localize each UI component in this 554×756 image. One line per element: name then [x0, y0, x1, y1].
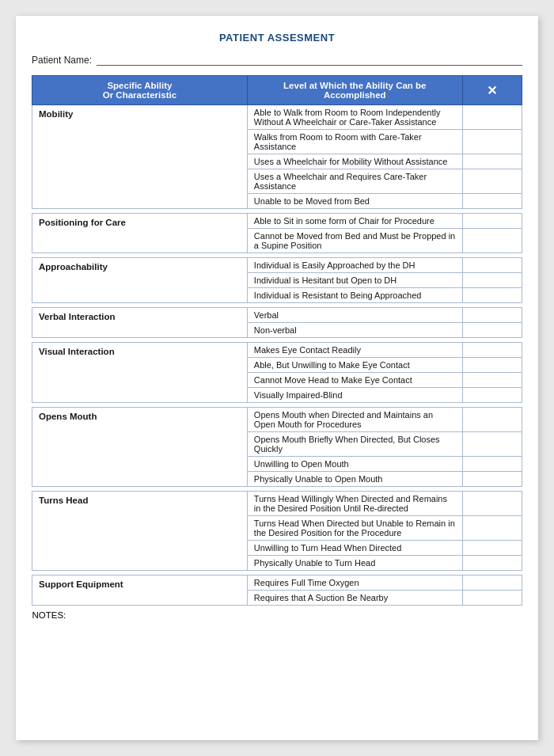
notes-cell: NOTES: [32, 610, 522, 620]
page: PATIENT ASSESMENT Patient Name: Specific… [16, 16, 538, 740]
checkbox-cell[interactable] [462, 432, 522, 457]
ability-text: Individual is Hesitant but Open to DH [247, 273, 462, 288]
table-row: Turns HeadTurns Head Willingly When Dire… [32, 492, 522, 516]
patient-name-label: Patient Name: [32, 55, 92, 66]
checkbox-cell[interactable] [462, 323, 522, 338]
table-header-row: Specific Ability Or Characteristic Level… [32, 76, 522, 105]
ability-text: Visually Impaired-Blind [247, 388, 462, 403]
checkbox-cell[interactable] [462, 214, 522, 229]
table-row: ApproachabilityIndividual is Easily Appr… [32, 258, 522, 273]
checkbox-cell[interactable] [462, 408, 522, 432]
header-col3[interactable]: ✕ [462, 76, 522, 105]
section-name-3: Verbal Interaction [32, 308, 248, 338]
ability-text: Able to Walk from Room to Room Independe… [247, 105, 462, 130]
ability-text: Verbal [247, 308, 462, 323]
ability-text: Walks from Room to Room with Care-Taker … [247, 130, 462, 154]
section-name-5: Opens Mouth [32, 408, 248, 487]
table-row: Positioning for CareAble to Sit in some … [32, 214, 522, 229]
notes-row: NOTES: [32, 610, 522, 620]
ability-text: Non-verbal [247, 323, 462, 338]
ability-text: Individual is Easily Approached by the D… [247, 258, 462, 273]
table-row: Visual InteractionMakes Eye Contact Read… [32, 343, 522, 358]
table-row: Verbal InteractionVerbal [32, 308, 522, 323]
checkbox-cell[interactable] [462, 229, 522, 253]
checkbox-cell[interactable] [462, 457, 522, 472]
section-name-2: Approachability [32, 258, 248, 303]
section-name-0: Mobility [32, 105, 248, 209]
table-row: Opens MouthOpens Mouth when Directed and… [32, 408, 522, 432]
section-name-6: Turns Head [32, 492, 248, 571]
ability-text: Able, But Unwilling to Make Eye Contact [247, 358, 462, 373]
ability-text: Turns Head When Directed but Unable to R… [247, 516, 462, 541]
checkbox-cell[interactable] [462, 308, 522, 323]
section-name-4: Visual Interaction [32, 343, 248, 403]
checkbox-cell[interactable] [462, 541, 522, 556]
assessment-table: Specific Ability Or Characteristic Level… [32, 75, 522, 620]
ability-text: Makes Eye Contact Readily [247, 343, 462, 358]
ability-text: Unable to be Moved from Bed [247, 194, 462, 209]
checkbox-cell[interactable] [462, 591, 522, 606]
ability-text: Unwilling to Turn Head When Directed [247, 541, 462, 556]
checkbox-cell[interactable] [462, 516, 522, 541]
page-title: PATIENT ASSESMENT [32, 32, 522, 44]
ability-text: Able to Sit in some form of Chair for Pr… [247, 214, 462, 229]
patient-name-line [97, 55, 522, 66]
ability-text: Individual is Resistant to Being Approac… [247, 288, 462, 303]
checkbox-cell[interactable] [462, 154, 522, 169]
ability-text: Cannot be Moved from Bed and Must be Pro… [247, 229, 462, 253]
checkbox-cell[interactable] [462, 373, 522, 388]
ability-text: Unwilling to Open Mouth [247, 457, 462, 472]
checkbox-cell[interactable] [462, 388, 522, 403]
checkbox-cell[interactable] [462, 130, 522, 154]
checkbox-cell[interactable] [462, 576, 522, 591]
ability-text: Uses a Wheelchair for Mobility Without A… [247, 154, 462, 169]
checkbox-cell[interactable] [462, 556, 522, 571]
header-col1: Specific Ability Or Characteristic [32, 76, 248, 105]
checkbox-cell[interactable] [462, 105, 522, 130]
section-name-1: Positioning for Care [32, 214, 248, 253]
ability-text: Uses a Wheelchair and Requires Care-Take… [247, 169, 462, 194]
checkbox-cell[interactable] [462, 273, 522, 288]
ability-text: Opens Mouth when Directed and Maintains … [247, 408, 462, 432]
checkbox-cell[interactable] [462, 472, 522, 487]
ability-text: Physically Unable to Open Mouth [247, 472, 462, 487]
checkbox-cell[interactable] [462, 258, 522, 273]
ability-text: Cannot Move Head to Make Eye Contact [247, 373, 462, 388]
close-icon[interactable]: ✕ [487, 84, 497, 97]
ability-text: Requires that A Suction Be Nearby [247, 591, 462, 606]
table-row: MobilityAble to Walk from Room to Room I… [32, 105, 522, 130]
patient-name-row: Patient Name: [32, 55, 522, 66]
checkbox-cell[interactable] [462, 492, 522, 516]
checkbox-cell[interactable] [462, 343, 522, 358]
ability-text: Requires Full Time Oxygen [247, 576, 462, 591]
ability-text: Physically Unable to Turn Head [247, 556, 462, 571]
checkbox-cell[interactable] [462, 288, 522, 303]
ability-text: Opens Mouth Briefly When Directed, But C… [247, 432, 462, 457]
ability-text: Turns Head Willingly When Directed and R… [247, 492, 462, 516]
checkbox-cell[interactable] [462, 169, 522, 194]
checkbox-cell[interactable] [462, 194, 522, 209]
header-col2: Level at Which the Ability Can be Accomp… [247, 76, 462, 105]
table-row: Support EquipmentRequires Full Time Oxyg… [32, 576, 522, 591]
checkbox-cell[interactable] [462, 358, 522, 373]
section-name-7: Support Equipment [32, 576, 248, 606]
